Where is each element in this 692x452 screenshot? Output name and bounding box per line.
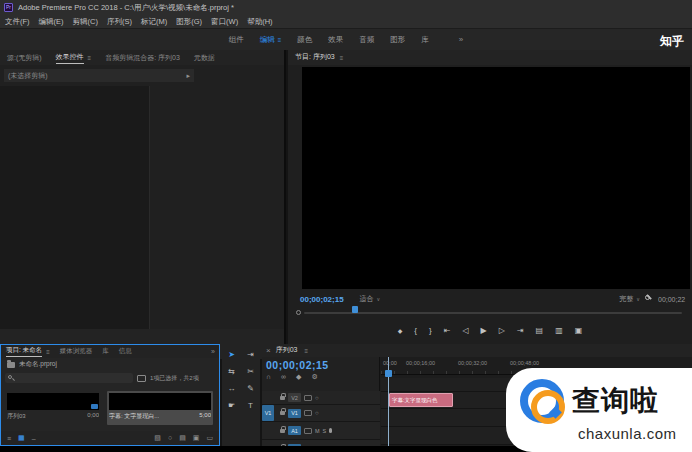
lock-icon[interactable] — [280, 396, 285, 400]
timeline-clip-title[interactable]: 字幕:文字显现白色 — [389, 393, 453, 407]
program-panel-menu-icon[interactable]: ≡ — [340, 55, 344, 61]
title-thumbnail[interactable] — [109, 393, 211, 410]
workspace-tab-audio[interactable]: 音频 — [359, 35, 374, 45]
menu-graphics[interactable]: 图形(G) — [176, 17, 202, 27]
workspace-overflow-icon[interactable]: » — [459, 35, 463, 44]
workspace-tab-color[interactable]: 颜色 — [297, 35, 312, 45]
clear-button[interactable]: ▭ — [206, 434, 213, 442]
project-item-title[interactable]: 字幕: 文字显现白... 5;00 — [107, 391, 213, 425]
filter-bin-icon[interactable] — [137, 375, 146, 382]
toggle-track-output-icon[interactable]: ○ — [315, 395, 319, 401]
tab-libraries[interactable]: 库 — [102, 347, 109, 356]
workspace-tab-assembly[interactable]: 组件 — [229, 35, 244, 45]
menu-file[interactable]: 文件(F) — [5, 17, 30, 27]
export-frame-button[interactable]: ▣ — [575, 326, 583, 335]
step-forward-button[interactable]: ▷ — [499, 326, 505, 335]
tab-source-monitor[interactable]: 源:(无剪辑) — [7, 53, 42, 63]
razor-tool[interactable]: ✂ — [241, 365, 260, 378]
tab-effect-controls[interactable]: 效果控件 — [56, 52, 84, 64]
lift-button[interactable]: ▤ — [536, 326, 544, 335]
scrubber-zoom-handle[interactable] — [296, 310, 301, 315]
program-timecode[interactable]: 00;00;02;15 — [300, 295, 344, 304]
tab-metadata[interactable]: 元数据 — [194, 53, 215, 63]
timeline-playhead-handle[interactable] — [385, 370, 392, 377]
add-marker-button[interactable]: ◆ — [296, 373, 301, 381]
track-badge-icon[interactable] — [304, 428, 312, 434]
ripple-edit-tool[interactable]: ⇆ — [222, 365, 241, 378]
timeline-timecode[interactable]: 00;00;02;15 — [266, 359, 329, 371]
project-panel-menu-icon[interactable]: ≡ — [46, 349, 50, 355]
track-badge-icon[interactable] — [304, 410, 312, 416]
go-to-out-button[interactable]: ⇥ — [517, 326, 524, 335]
menu-window[interactable]: 窗口(W) — [211, 17, 238, 27]
type-tool[interactable]: T — [241, 399, 260, 412]
tab-media-browser[interactable]: 媒体浏览器 — [60, 347, 93, 356]
go-to-in-button[interactable]: ⇤ — [444, 326, 451, 335]
hand-tool[interactable]: ☛ — [222, 399, 241, 412]
project-overflow-icon[interactable]: » — [211, 348, 215, 355]
new-bin-button[interactable]: ▤ — [179, 434, 186, 442]
expander-icon[interactable]: ▸ — [186, 72, 190, 80]
menu-edit[interactable]: 编辑(E) — [39, 17, 64, 27]
tab-info[interactable]: 信息 — [119, 347, 132, 356]
track-target-a1[interactable]: A1 — [288, 426, 301, 435]
selection-tool[interactable]: ➤ — [222, 348, 241, 361]
project-item-sequence[interactable]: 序列03 0;00 — [5, 391, 101, 425]
lock-icon[interactable] — [280, 429, 285, 433]
mark-out-button[interactable]: } — [429, 326, 432, 335]
toggle-track-output-icon[interactable]: ○ — [315, 410, 319, 416]
sequence-thumbnail[interactable] — [7, 393, 99, 410]
source-patch-empty[interactable] — [262, 422, 274, 439]
tab-program-monitor[interactable]: 节目: 序列03 — [295, 52, 335, 63]
track-badge-icon[interactable] — [304, 395, 312, 401]
add-marker-button[interactable]: ◆ — [398, 327, 403, 334]
program-scrubber[interactable] — [296, 308, 686, 316]
workspace-tab-effects[interactable]: 效果 — [328, 35, 343, 45]
workspace-menu-icon[interactable]: ≡ — [278, 37, 282, 43]
close-icon[interactable]: × — [266, 346, 271, 355]
snap-button[interactable]: ∩ — [266, 373, 271, 381]
pen-tool[interactable]: ✎ — [241, 382, 260, 395]
menu-sequence[interactable]: 序列(S) — [107, 17, 132, 27]
workspace-tab-graphics[interactable]: 图形 — [390, 35, 405, 45]
play-button[interactable]: ▶ — [481, 326, 487, 335]
voiceover-mic-icon[interactable] — [329, 428, 332, 433]
source-patch-v1[interactable]: V1 — [262, 405, 274, 421]
icon-view-button[interactable]: ▦ — [18, 434, 25, 442]
step-back-button[interactable]: ◁ — [462, 326, 468, 335]
menu-clip[interactable]: 剪辑(C) — [73, 17, 98, 27]
workspace-tab-editing[interactable]: 编辑 — [260, 35, 275, 45]
linked-selection-button[interactable]: ∞ — [281, 373, 286, 381]
tab-audio-clip-mixer[interactable]: 音频剪辑混合器: 序列03 — [105, 53, 180, 63]
track-select-forward-tool[interactable]: ⇥ — [241, 348, 260, 361]
scrubber-track[interactable] — [304, 312, 682, 314]
solo-button[interactable]: S — [323, 428, 327, 434]
automate-to-sequence-button[interactable]: ▧ — [154, 434, 161, 442]
tab-timeline-sequence[interactable]: 序列03 — [276, 345, 298, 356]
slip-tool[interactable]: ↔ — [222, 382, 241, 395]
timeline-panel-menu-icon[interactable]: ≡ — [304, 348, 308, 354]
find-button[interactable]: ○ — [168, 434, 172, 442]
scrubber-playhead[interactable] — [352, 306, 358, 313]
title-bar[interactable]: Pr Adobe Premiere Pro CC 2018 - C:\用户\火学… — [0, 0, 692, 15]
new-item-button[interactable]: ▣ — [193, 434, 200, 442]
menu-help[interactable]: 帮助(H) — [247, 17, 272, 27]
menu-markers[interactable]: 标记(M) — [141, 17, 167, 27]
tab-project[interactable]: 项目: 未命名 — [6, 346, 42, 357]
source-patch-empty[interactable] — [262, 391, 274, 404]
mute-button[interactable]: M — [315, 428, 320, 434]
track-target-v2[interactable]: V2 — [288, 393, 301, 402]
timeline-settings-button[interactable]: ⚙ — [311, 373, 317, 381]
zoom-slider[interactable]: ‒ — [32, 435, 36, 442]
playback-resolution-select[interactable]: 完整 — [619, 294, 633, 304]
extract-button[interactable]: ▥ — [555, 326, 563, 335]
settings-wrench-icon[interactable] — [645, 295, 653, 303]
zoom-level-select[interactable]: 适合 — [360, 294, 374, 304]
track-target-v1[interactable]: V1 — [288, 409, 301, 418]
list-view-button[interactable]: ≡ — [7, 435, 11, 442]
lock-icon[interactable] — [280, 411, 285, 415]
project-file-row[interactable]: 未命名.prproj — [1, 358, 219, 371]
mark-in-button[interactable]: { — [414, 326, 417, 335]
workspace-tab-libraries[interactable]: 库 — [421, 35, 429, 45]
search-input[interactable] — [5, 373, 133, 383]
